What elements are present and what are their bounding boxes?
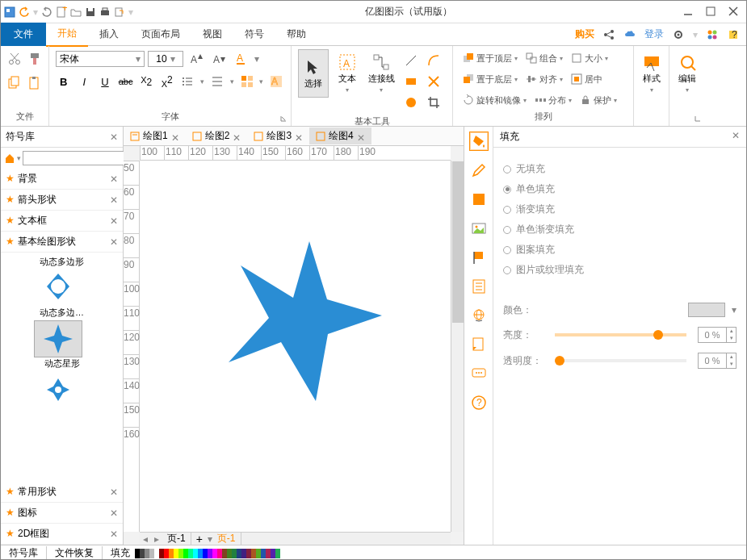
login-link[interactable]: 登录 [644, 27, 664, 41]
opacity-spinner[interactable]: 0 %▴▾ [698, 353, 737, 369]
x-shape-icon[interactable] [424, 72, 443, 91]
highlight-icon[interactable]: A [268, 72, 284, 91]
font-color-icon[interactable]: A [232, 49, 251, 69]
cat-arrow[interactable]: ★箭头形状✕ [1, 190, 123, 211]
page-tab[interactable]: 页-1 [162, 533, 191, 545]
fill-solid[interactable]: 单色填充 [503, 182, 737, 196]
select-tool[interactable]: 选择 [298, 49, 329, 98]
sb-filerecover[interactable]: 文件恢复 [47, 546, 103, 560]
cut-icon[interactable] [7, 49, 23, 69]
style-tool[interactable]: 样式▾ [640, 49, 662, 98]
size-btn[interactable]: 大小▾ [568, 52, 611, 65]
menu-help[interactable]: 帮助 [275, 23, 317, 46]
rp-close-icon[interactable]: ✕ [732, 130, 740, 144]
bring-front[interactable]: 置于顶层▾ [460, 52, 521, 65]
menu-symbol[interactable]: 符号 [233, 23, 275, 46]
redo-icon[interactable] [41, 6, 52, 18]
export-icon[interactable] [114, 6, 125, 18]
arc-icon[interactable] [424, 51, 443, 70]
add-page-icon[interactable]: + [191, 533, 208, 545]
tab-3[interactable]: 绘图3✕ [247, 127, 309, 144]
text-tool[interactable]: A 文本 ▾ [332, 49, 363, 98]
fill-solidgrad[interactable]: 单色渐变填充 [503, 223, 737, 236]
cat-common[interactable]: ★常用形状✕ [1, 482, 123, 503]
vertical-scrollbar[interactable] [451, 161, 464, 532]
formatpainter-icon[interactable] [27, 49, 43, 69]
font-name-select[interactable]: 宋体▾ [56, 51, 145, 67]
subscript-icon[interactable]: X2 [138, 72, 154, 91]
brightness-spinner[interactable]: 0 %▴▾ [698, 327, 737, 343]
ellipse-icon[interactable] [401, 93, 421, 112]
tab-close-icon[interactable]: ✕ [357, 132, 365, 140]
connector-tool[interactable]: 连接线 ▾ [366, 49, 397, 98]
menu-start[interactable]: 开始 [46, 22, 88, 47]
menu-pagelayout[interactable]: 页面布局 [130, 23, 191, 46]
rotate-btn[interactable]: 旋转和镜像▾ [460, 94, 530, 107]
tab-close-icon[interactable]: ✕ [233, 132, 241, 140]
edit-tool[interactable]: 编辑▾ [676, 49, 699, 98]
center-btn[interactable]: 居中 [568, 73, 606, 86]
color-swatch[interactable] [688, 303, 725, 317]
fill-texture[interactable]: 图片或纹理填充 [503, 263, 737, 277]
flag-tool-icon[interactable] [469, 248, 489, 267]
align-icon[interactable] [239, 72, 255, 91]
tab-close-icon[interactable]: ✕ [171, 132, 179, 140]
superscript-icon[interactable]: X2 [159, 72, 175, 91]
opacity-slider[interactable] [555, 359, 686, 362]
color-strip[interactable] [135, 549, 280, 558]
menu-view[interactable]: 视图 [191, 23, 233, 46]
apps-icon[interactable] [706, 28, 719, 41]
rect-icon[interactable] [401, 72, 421, 91]
shape-polygon[interactable]: 动态多边形 [34, 256, 90, 305]
distribute-btn[interactable]: 分布▾ [531, 94, 575, 107]
font-size-select[interactable]: 10▾ [148, 51, 183, 67]
increase-font-icon[interactable]: A▴ [187, 49, 206, 69]
open-icon[interactable] [70, 6, 82, 18]
cat-2dbox[interactable]: ★2D框图✕ [1, 524, 123, 545]
print-icon[interactable] [99, 6, 111, 18]
list-tool-icon[interactable] [469, 277, 489, 296]
color-tool-icon[interactable] [469, 190, 489, 209]
bullets-icon[interactable] [180, 72, 196, 91]
fill-tool-icon[interactable] [469, 132, 489, 151]
help-icon[interactable]: ? [727, 28, 740, 41]
font-launcher-icon[interactable] [279, 115, 287, 123]
undo-icon[interactable] [19, 6, 30, 18]
strike-icon[interactable]: abc [118, 72, 134, 91]
minimize-button[interactable] [683, 6, 695, 18]
home-icon[interactable] [4, 153, 15, 164]
decrease-font-icon[interactable]: A▾ [209, 49, 229, 69]
cat-textbox[interactable]: ★文本框✕ [1, 211, 123, 232]
menu-insert[interactable]: 插入 [88, 23, 130, 46]
group-btn[interactable]: 组合▾ [522, 52, 566, 65]
underline-icon[interactable]: U [97, 72, 113, 91]
italic-icon[interactable]: I [77, 72, 93, 91]
canvas[interactable] [140, 161, 451, 532]
panel-close-icon[interactable]: ✕ [110, 132, 118, 143]
bold-icon[interactable]: B [56, 72, 72, 91]
menu-file[interactable]: 文件 [1, 23, 46, 46]
line-icon[interactable] [401, 51, 421, 70]
copy-icon[interactable] [7, 73, 23, 93]
pen-tool-icon[interactable] [469, 161, 489, 180]
maximize-button[interactable] [706, 6, 717, 18]
shape-star[interactable]: 动态星形 [34, 320, 90, 370]
cloud-icon[interactable] [623, 28, 636, 41]
save-icon[interactable] [85, 6, 96, 18]
new-icon[interactable]: + [56, 6, 67, 18]
close-button[interactable] [728, 6, 740, 18]
star-shape[interactable] [229, 241, 382, 401]
shape-shuriken[interactable] [34, 371, 90, 408]
shape-polygon2[interactable]: 动态多边… [34, 307, 90, 319]
gear-icon[interactable] [672, 28, 685, 41]
edit-launcher-icon[interactable] [694, 115, 702, 123]
fill-gradient[interactable]: 渐变填充 [503, 203, 737, 216]
note-tool-icon[interactable] [469, 335, 489, 354]
tab-close-icon[interactable]: ✕ [295, 132, 303, 140]
crop-icon[interactable] [424, 93, 443, 112]
globe-tool-icon[interactable] [469, 306, 489, 325]
fill-none[interactable]: 无填充 [503, 162, 737, 176]
cat-background[interactable]: ★背景✕ [1, 169, 123, 190]
tab-4[interactable]: 绘图4✕ [309, 127, 371, 144]
cat-basicshapes[interactable]: ★基本绘图形状✕ [1, 232, 123, 253]
